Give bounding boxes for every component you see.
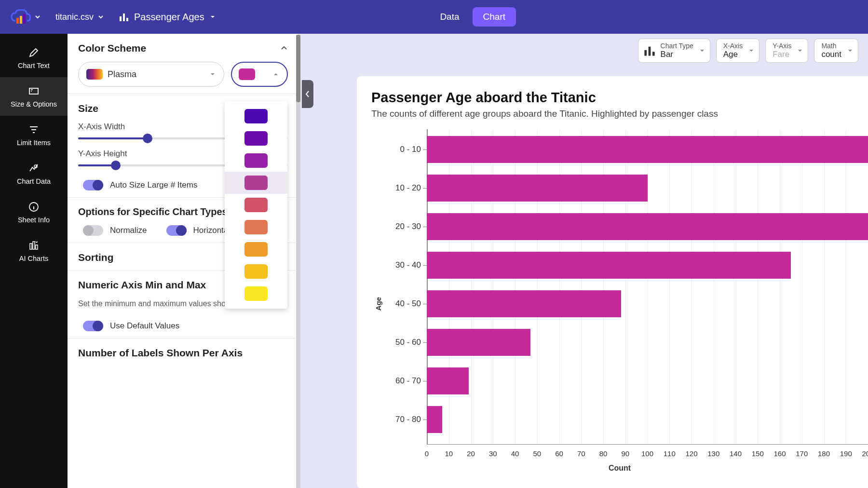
collapse-panel-button[interactable] bbox=[302, 80, 313, 108]
color-scheme-select[interactable]: Plasma bbox=[78, 62, 224, 87]
section-title: Options for Specific Chart Types bbox=[78, 206, 228, 217]
y-tick-label: 50 - 60 bbox=[395, 338, 421, 347]
scheme-name: Plasma bbox=[108, 69, 136, 80]
y-tick-label: 20 - 30 bbox=[395, 222, 421, 231]
filter-icon bbox=[27, 123, 40, 136]
panel-scrollbar[interactable] bbox=[296, 35, 300, 488]
chevron-left-icon bbox=[305, 90, 311, 98]
frame-icon bbox=[27, 85, 40, 97]
svg-rect-1 bbox=[20, 16, 22, 24]
color-picker[interactable] bbox=[231, 62, 288, 87]
main-area: Chart TypeBar X-AxisAge Y-AxisFare Mathc… bbox=[299, 34, 868, 488]
chart-type-select[interactable]: Chart TypeBar bbox=[638, 39, 710, 63]
color-option[interactable] bbox=[225, 283, 287, 305]
auto-size-toggle[interactable] bbox=[83, 180, 103, 190]
section-color-scheme-header[interactable]: Color Scheme bbox=[78, 42, 288, 54]
caret-down-icon bbox=[699, 48, 705, 54]
default-values-label: Use Default Values bbox=[110, 321, 179, 331]
svg-rect-9 bbox=[30, 244, 32, 249]
chart-bar bbox=[427, 136, 868, 163]
svg-rect-2 bbox=[23, 14, 26, 24]
svg-rect-3 bbox=[120, 16, 122, 21]
file-selector[interactable]: titanic.csv bbox=[55, 12, 104, 22]
page-selector[interactable]: Passenger Ages bbox=[119, 12, 216, 23]
color-option[interactable] bbox=[225, 149, 287, 172]
x-tick-label: 100 bbox=[641, 449, 653, 458]
y-tick-label: 10 - 20 bbox=[395, 183, 421, 193]
tab-data[interactable]: Data bbox=[429, 7, 470, 27]
tab-chart[interactable]: Chart bbox=[473, 7, 516, 27]
auto-size-label: Auto Size Large # Items bbox=[110, 180, 197, 190]
color-swatch bbox=[244, 220, 268, 234]
math-select[interactable]: Mathcount bbox=[814, 39, 858, 63]
x-tick-label: 160 bbox=[773, 449, 786, 458]
x-axis-title: Count bbox=[609, 464, 631, 473]
chart-card: Passenger Age aboard the Titanic The cou… bbox=[357, 76, 868, 488]
color-dropdown bbox=[225, 101, 287, 309]
color-option[interactable] bbox=[225, 172, 287, 194]
nav-limit-items[interactable]: Limit Items bbox=[0, 116, 68, 154]
cloud-icon bbox=[10, 7, 31, 27]
color-option[interactable] bbox=[225, 260, 287, 283]
plot-region: 0102030405060708090100110120130140150160… bbox=[427, 129, 868, 445]
x-tick-label: 180 bbox=[818, 449, 830, 458]
top-bar: titanic.csv Passenger Ages Data Chart bbox=[0, 0, 868, 34]
x-axis-select[interactable]: X-AxisAge bbox=[716, 39, 760, 63]
x-tick-label: 130 bbox=[707, 449, 719, 458]
chart-bar bbox=[427, 252, 791, 279]
chart-bar bbox=[427, 329, 530, 356]
section-labels-header[interactable]: Number of Labels Shown Per Axis bbox=[78, 347, 288, 359]
axis-config-bar: Chart TypeBar X-AxisAge Y-AxisFare Mathc… bbox=[638, 39, 858, 63]
app-logo[interactable] bbox=[10, 7, 41, 27]
chart-bar bbox=[427, 290, 621, 317]
selected-color-swatch bbox=[239, 68, 255, 80]
chart-area: Age 010203040506070809010011012013014015… bbox=[371, 129, 868, 478]
default-values-toggle[interactable] bbox=[83, 321, 103, 331]
color-option[interactable] bbox=[225, 127, 287, 149]
nav-chart-data[interactable]: Chart Data bbox=[0, 154, 68, 193]
bar-chart-icon bbox=[643, 44, 656, 57]
x-tick-label: 60 bbox=[555, 449, 563, 458]
svg-rect-6 bbox=[29, 88, 38, 94]
x-tick-label: 200 bbox=[862, 449, 868, 458]
ai-icon bbox=[27, 239, 40, 252]
svg-rect-5 bbox=[126, 18, 128, 21]
nav-size-options[interactable]: Size & Options bbox=[0, 77, 68, 116]
chart-subtitle: The counts of different age groups aboar… bbox=[371, 108, 858, 119]
y-axis-select[interactable]: Y-AxisFare bbox=[765, 39, 808, 63]
section-title: Numeric Axis Min and Max bbox=[78, 279, 206, 291]
section-title: Number of Labels Shown Per Axis bbox=[78, 347, 243, 359]
nav-sheet-info[interactable]: Sheet Info bbox=[0, 193, 68, 231]
chart-bar bbox=[427, 175, 648, 202]
x-tick-label: 80 bbox=[599, 449, 608, 458]
x-tick-label: 150 bbox=[752, 449, 764, 458]
svg-rect-12 bbox=[644, 50, 647, 56]
color-option[interactable] bbox=[225, 216, 287, 238]
color-swatch bbox=[244, 198, 268, 212]
color-option[interactable] bbox=[225, 105, 287, 127]
nav-chart-text[interactable]: Chart Text bbox=[0, 39, 68, 77]
caret-up-icon bbox=[272, 71, 279, 78]
nav-ai-charts[interactable]: AI Charts bbox=[0, 231, 68, 270]
x-tick-label: 90 bbox=[621, 449, 629, 458]
normalize-toggle[interactable] bbox=[83, 225, 103, 236]
y-tick-label: 60 - 70 bbox=[395, 376, 421, 386]
x-tick-label: 50 bbox=[533, 449, 541, 458]
trend-icon bbox=[27, 162, 40, 175]
chevron-up-icon bbox=[280, 44, 288, 52]
svg-rect-14 bbox=[652, 52, 654, 55]
horizontal-bars-toggle[interactable] bbox=[166, 225, 187, 236]
section-title: Size bbox=[78, 103, 98, 114]
top-tabs: Data Chart bbox=[429, 7, 516, 27]
scrollbar-thumb[interactable] bbox=[296, 35, 300, 102]
color-option[interactable] bbox=[225, 194, 287, 216]
color-swatch bbox=[244, 176, 268, 190]
x-tick-label: 10 bbox=[445, 449, 453, 458]
x-tick-label: 0 bbox=[425, 449, 429, 458]
y-tick-label: 40 - 50 bbox=[395, 299, 421, 309]
color-option[interactable] bbox=[225, 238, 287, 260]
caret-down-icon bbox=[748, 48, 754, 54]
normalize-label: Normalize bbox=[110, 226, 147, 235]
svg-rect-4 bbox=[123, 14, 125, 21]
chart-title: Passenger Age aboard the Titanic bbox=[371, 90, 858, 106]
